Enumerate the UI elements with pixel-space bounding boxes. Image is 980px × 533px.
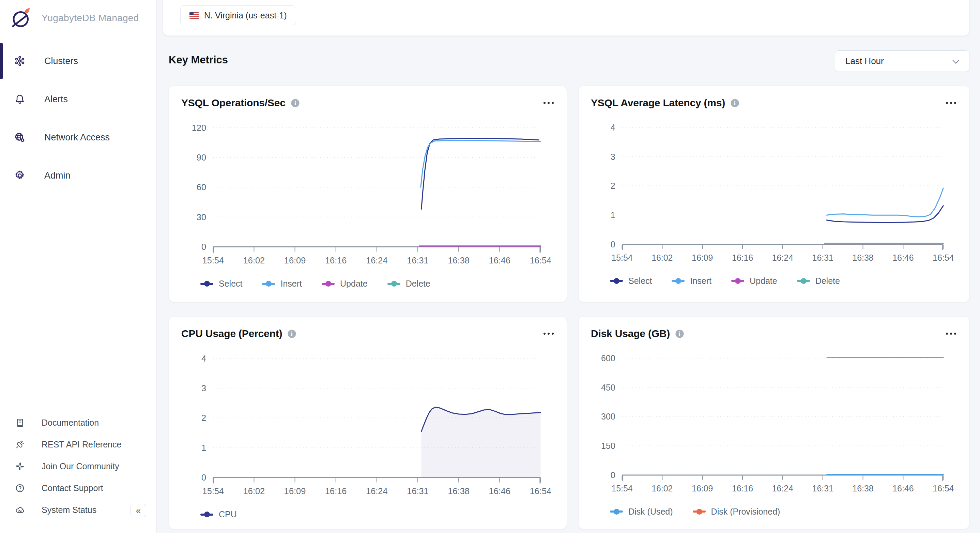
svg-text:16:02: 16:02 [652, 253, 673, 263]
help-circle-icon [15, 483, 25, 493]
svg-text:16:38: 16:38 [448, 486, 469, 496]
legend-item[interactable]: Select [200, 279, 242, 289]
sidebar-item-label: System Status [41, 505, 96, 515]
sidebar-item-documentation[interactable]: Documentation [0, 412, 156, 433]
book-icon [15, 417, 25, 428]
legend-marker-icon [610, 509, 623, 515]
svg-text:16:54: 16:54 [530, 486, 551, 496]
chart-area: 0123415:5416:0216:0916:1616:2416:3116:38… [591, 116, 957, 263]
svg-text:16:31: 16:31 [812, 253, 834, 263]
svg-text:300: 300 [601, 412, 615, 421]
legend-item[interactable]: Insert [262, 279, 302, 289]
svg-text:16:16: 16:16 [732, 484, 753, 493]
legend-item[interactable]: Delete [797, 276, 840, 286]
svg-text:150: 150 [601, 441, 615, 450]
time-range-select[interactable]: Last Hour [835, 51, 969, 72]
svg-text:90: 90 [197, 153, 206, 162]
metric-card-cpu-usage: CPU Usage (Percent) 0123415:5416:0216:09… [169, 316, 567, 529]
metric-card-ysql-latency: YSQL Average Latency (ms) 0123415:5416:0… [578, 86, 969, 302]
svg-text:16:24: 16:24 [366, 486, 387, 496]
globe-gear-icon [14, 131, 26, 143]
legend-label: Delete [406, 279, 430, 289]
svg-text:0: 0 [611, 240, 616, 249]
svg-text:15:54: 15:54 [202, 256, 224, 265]
svg-text:16:09: 16:09 [284, 486, 305, 496]
sidebar-item-clusters[interactable]: Clusters [0, 42, 156, 80]
card-header: CPU Usage (Percent) [181, 326, 554, 341]
legend-label: Disk (Used) [628, 507, 673, 517]
svg-text:16:16: 16:16 [325, 256, 347, 265]
legend-marker-icon [797, 278, 810, 284]
sidebar-item-label: Alerts [44, 94, 68, 105]
info-icon[interactable] [290, 98, 300, 108]
svg-text:15:54: 15:54 [202, 486, 224, 496]
svg-text:2: 2 [611, 181, 616, 191]
legend-item[interactable]: Update [731, 276, 777, 286]
sidebar-item-label: Admin [44, 170, 70, 181]
svg-text:1: 1 [611, 210, 616, 220]
sidebar-item-label: Documentation [41, 418, 99, 428]
legend-label: CPU [219, 509, 237, 519]
brand: YugabyteDB Managed [10, 6, 139, 30]
brand-name: YugabyteDB Managed [41, 13, 139, 24]
svg-text:600: 600 [601, 353, 615, 363]
info-icon[interactable] [675, 329, 684, 339]
legend-item[interactable]: Disk (Provisioned) [693, 507, 780, 517]
info-icon[interactable] [287, 329, 297, 339]
svg-text:16:38: 16:38 [852, 253, 873, 263]
legend-label: Delete [815, 276, 840, 286]
svg-text:2: 2 [201, 413, 206, 423]
legend-item[interactable]: Select [610, 276, 652, 286]
more-menu-button[interactable] [945, 330, 957, 337]
collapse-sidebar-button[interactable]: « [130, 504, 146, 517]
chart-area: 030609012015:5416:0216:0916:1616:2416:31… [181, 116, 554, 266]
more-menu-button[interactable] [945, 99, 957, 107]
svg-text:16:02: 16:02 [652, 484, 673, 493]
us-flag-icon [189, 12, 199, 19]
svg-text:3: 3 [201, 383, 206, 393]
legend-item[interactable]: Update [322, 279, 368, 289]
svg-text:120: 120 [192, 123, 206, 132]
more-menu-button[interactable] [543, 330, 554, 337]
sidebar-item-contact-support[interactable]: Contact Support [0, 477, 156, 499]
svg-text:16:09: 16:09 [692, 253, 713, 263]
gear-icon [14, 169, 26, 181]
sidebar-item-network-access[interactable]: Network Access [0, 118, 156, 156]
plug-icon [15, 439, 25, 450]
svg-text:450: 450 [601, 383, 615, 392]
more-menu-button[interactable] [543, 99, 554, 107]
svg-text:0: 0 [201, 473, 206, 482]
legend-label: Select [219, 279, 242, 289]
sidebar-item-admin[interactable]: Admin [0, 156, 156, 194]
svg-text:16:02: 16:02 [243, 256, 265, 265]
sidebar-item-rest-api-reference[interactable]: REST API Reference [0, 433, 156, 455]
active-indicator [0, 43, 3, 79]
sidebar-nav: Clusters Alerts Network Acc [0, 42, 156, 194]
svg-text:16:46: 16:46 [892, 253, 913, 263]
card-header: YSQL Average Latency (ms) [591, 95, 957, 110]
card-header: Disk Usage (GB) [591, 326, 957, 341]
legend-marker-icon [731, 278, 744, 284]
svg-text:0: 0 [201, 242, 206, 251]
svg-text:16:46: 16:46 [489, 486, 511, 496]
legend-item[interactable]: Delete [387, 279, 430, 289]
community-slack-icon [15, 461, 25, 472]
svg-text:16:54: 16:54 [530, 256, 551, 265]
svg-text:16:38: 16:38 [852, 484, 873, 493]
sidebar-item-alerts[interactable]: Alerts [0, 80, 156, 118]
legend-item[interactable]: Insert [671, 276, 711, 286]
chart-title: YSQL Operations/Sec [181, 97, 286, 109]
svg-text:30: 30 [197, 212, 206, 222]
svg-text:15:54: 15:54 [611, 253, 632, 263]
cloud-status-icon [15, 505, 25, 515]
info-icon[interactable] [730, 98, 740, 108]
chevron-down-icon [952, 57, 959, 64]
svg-text:15:54: 15:54 [611, 484, 632, 493]
chart-title: Disk Usage (GB) [591, 328, 670, 339]
legend-item[interactable]: CPU [200, 509, 237, 519]
svg-text:16:31: 16:31 [812, 484, 834, 493]
svg-text:16:09: 16:09 [284, 256, 305, 265]
svg-text:60: 60 [197, 182, 206, 192]
sidebar-item-join-our-community[interactable]: Join Our Community [0, 455, 156, 477]
legend-item[interactable]: Disk (Used) [610, 507, 673, 517]
